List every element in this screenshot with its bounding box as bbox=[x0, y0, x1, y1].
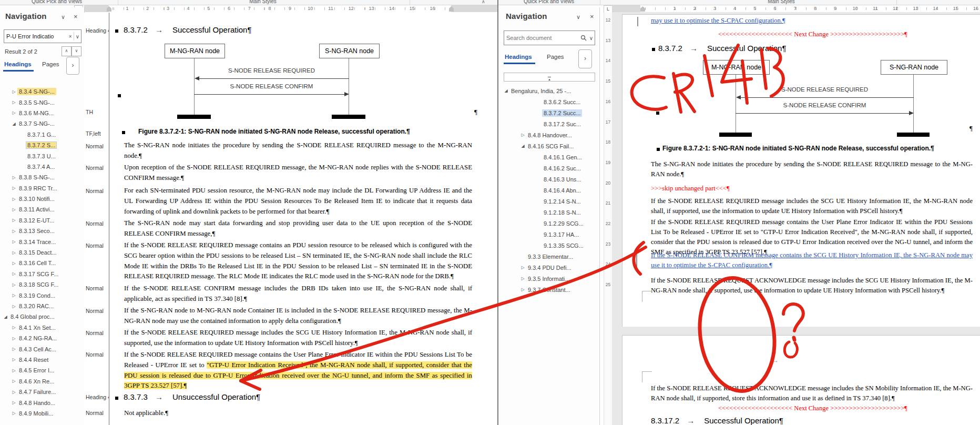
nav-item[interactable]: ▷8.3.8 S-NG-... bbox=[0, 172, 84, 183]
nav-item[interactable]: ▷8.3.5 S-NG-... bbox=[0, 97, 84, 107]
close-icon[interactable]: × bbox=[590, 13, 594, 21]
nav-item[interactable]: ▷8.4.9 Mobili... bbox=[0, 408, 84, 419]
close-icon[interactable]: × bbox=[74, 13, 78, 21]
nav-item[interactable]: ▷8.3.20 RAC... bbox=[0, 301, 84, 311]
expand-triangle-icon[interactable]: ◢ bbox=[2, 315, 9, 319]
paragraph[interactable]: If the S-NODE RELEASE REQUIRED message i… bbox=[124, 328, 472, 349]
expand-triangle-icon[interactable]: ▷ bbox=[11, 197, 17, 201]
expand-triangle-icon[interactable]: ▷ bbox=[11, 357, 17, 362]
nav-item[interactable]: 8.4.16.3 Uns... bbox=[498, 174, 599, 185]
inserted-paragraph[interactable]: If the S-NODE RELEASE CONFIRM message co… bbox=[651, 250, 973, 270]
paragraph[interactable]: Upon reception of the S-NODE RELEASE REQ… bbox=[124, 163, 472, 184]
expand-triangle-icon[interactable]: ▷ bbox=[11, 229, 17, 234]
expand-triangle-icon[interactable]: ▷ bbox=[11, 336, 17, 341]
nav-item[interactable]: ▷8.3.19 Cond... bbox=[0, 290, 84, 300]
tab-headings[interactable]: Headings bbox=[505, 54, 532, 60]
heading-83172[interactable]: 8.3.17.2→Successful Operation¶ bbox=[651, 416, 783, 425]
nav-item[interactable]: 8.3.7.3 U... bbox=[0, 150, 84, 161]
nav-item[interactable]: 9.3.3 Elementar... bbox=[498, 251, 599, 262]
nav-item[interactable]: ▷8.4.2 NG-RA... bbox=[0, 333, 84, 343]
tab-pages[interactable]: Pages bbox=[42, 61, 59, 67]
nav-item[interactable]: ◢8.4 Global proc... bbox=[0, 311, 84, 322]
search-options-chevron-icon[interactable]: ∨ bbox=[588, 35, 595, 41]
sequence-diagram-figure[interactable]: M-NG-RAN node S-NG-RAN node S-NODE RELEA… bbox=[612, 60, 980, 149]
nav-item[interactable]: 8.3.17.2 Suc... bbox=[498, 118, 599, 129]
tab-pages[interactable]: Pages bbox=[547, 54, 564, 60]
next-change-marker[interactable]: <<<<<<<<<<<<<<<<<<<< Next Change >>>>>>>… bbox=[651, 403, 975, 413]
nav-item[interactable]: ▷8.3.9 RRC Tr... bbox=[0, 183, 84, 194]
expand-triangle-icon[interactable]: ▷ bbox=[11, 239, 17, 244]
nav-item[interactable]: ▷9.3.7 Constant... bbox=[498, 284, 599, 295]
nav-item[interactable]: ▷8.3.14 Trace... bbox=[0, 236, 84, 247]
clear-search-icon[interactable]: × bbox=[67, 34, 74, 39]
heading-8373[interactable]: 8.3.7.3→Unsuccessful Operation¶ bbox=[124, 392, 260, 401]
search-box[interactable]: ∨ bbox=[504, 31, 595, 45]
heading-8372[interactable]: 8.3.7.2→Successful Operation¶ bbox=[658, 44, 787, 53]
expand-triangle-icon[interactable]: ▷ bbox=[11, 304, 17, 309]
expand-triangle-icon[interactable]: ▷ bbox=[519, 287, 526, 292]
figure-caption[interactable]: Figure 8.3.7.2-1: S-NG-RAN node initiate… bbox=[662, 145, 934, 152]
vertical-ruler[interactable]: 1213141516171819202122232425 bbox=[604, 13, 612, 425]
expand-triangle-icon[interactable]: ▷ bbox=[11, 293, 17, 298]
expand-triangle-icon[interactable]: ◢ bbox=[11, 122, 17, 126]
nav-item[interactable]: ▷9.3.5 Informati... bbox=[498, 273, 599, 284]
expand-triangle-icon[interactable]: ▷ bbox=[11, 250, 17, 255]
nav-item[interactable]: 8.3.7.1 G... bbox=[0, 129, 84, 140]
nav-item[interactable]: ▷8.3.13 Seco... bbox=[0, 226, 84, 236]
expand-triangle-icon[interactable]: ▷ bbox=[11, 271, 17, 276]
expand-triangle-icon[interactable]: ▷ bbox=[11, 186, 17, 190]
nav-item[interactable]: 8.3.7.4 A... bbox=[0, 161, 84, 172]
nav-item[interactable]: ▷8.3.6 M-NG... bbox=[0, 108, 84, 118]
document-left[interactable]: 8.3.7.2→Successful Operation¶ M-NG-RAN n… bbox=[109, 13, 497, 425]
expand-triangle-icon[interactable]: ▷ bbox=[11, 347, 17, 351]
nav-item[interactable]: 9.1.2.29 SCG... bbox=[498, 218, 599, 229]
expand-triangle-icon[interactable]: ▷ bbox=[11, 218, 17, 222]
paragraph[interactable]: If the S-NODE RELEASE REQUEST ACKNOWLEDG… bbox=[651, 276, 973, 296]
expand-triangle-icon[interactable]: ▷ bbox=[519, 276, 526, 281]
nav-item[interactable]: ▷8.3.10 Notifi... bbox=[0, 194, 84, 204]
search-options-chevron-icon[interactable]: ∨ bbox=[74, 34, 81, 39]
expand-triangle-icon[interactable]: ▷ bbox=[11, 411, 17, 416]
nav-item[interactable]: ▷8.4.6 Xn Re... bbox=[0, 376, 84, 387]
nav-item[interactable]: ▷8.4.1 Xn Set... bbox=[0, 322, 84, 333]
expand-triangle-icon[interactable]: ▷ bbox=[11, 379, 17, 383]
inserted-text-line[interactable]: may use it to optimise the S-CPAC config… bbox=[651, 16, 973, 26]
nav-item[interactable]: 8.4.16.2 Suc... bbox=[498, 163, 599, 174]
paragraph[interactable]: The S-NG-RAN node may start data forward… bbox=[124, 218, 472, 239]
search-box[interactable]: × ∨ bbox=[4, 29, 81, 43]
horizontal-ruler-right[interactable]: 12345678910111213141516 bbox=[612, 5, 980, 12]
expand-triangle-icon[interactable]: ▷ bbox=[519, 133, 526, 137]
nav-item[interactable]: ▷8.4.8 Hando... bbox=[0, 397, 84, 408]
expand-triangle-icon[interactable]: ▷ bbox=[11, 390, 17, 394]
previous-result-button[interactable]: ∧ bbox=[62, 46, 72, 56]
nav-item[interactable]: 8.4.16.1 Gen... bbox=[498, 151, 599, 163]
expand-triangle-icon[interactable]: ◢ bbox=[519, 144, 526, 148]
document-right[interactable]: may use it to optimise the S-CPAC config… bbox=[612, 12, 980, 425]
nav-item[interactable]: ◢8.4.16 SCG Fail... bbox=[498, 140, 599, 151]
tab-headings[interactable]: Headings bbox=[4, 61, 32, 67]
navigation-options-icon[interactable]: ∨ bbox=[61, 14, 65, 21]
ribbon-collapse-icon[interactable]: ∧ bbox=[482, 0, 485, 4]
nav-item[interactable]: ▷8.3.12 E-UT... bbox=[0, 215, 84, 226]
more-tabs-button[interactable]: › bbox=[578, 49, 592, 68]
expand-triangle-icon[interactable]: ◢ bbox=[503, 88, 509, 93]
expand-triangle-icon[interactable]: ▷ bbox=[11, 261, 17, 266]
expand-triangle-icon[interactable]: ▷ bbox=[519, 265, 526, 270]
sequence-diagram-figure[interactable]: M-NG-RAN node S-NG-RAN node S-NODE RELEA… bbox=[109, 44, 497, 133]
paragraph[interactable]: If the S-NODE RELEASE REQUIRED message i… bbox=[651, 196, 973, 216]
nav-item[interactable]: ▷8.4.4 Reset bbox=[0, 355, 84, 365]
expand-triangle-icon[interactable]: ▷ bbox=[11, 89, 17, 94]
paragraph[interactable]: If the S-NODE RELEASE REQUIRED message c… bbox=[124, 240, 472, 282]
nav-item[interactable]: ▷8.3.18 SCG F... bbox=[0, 279, 84, 290]
search-input[interactable] bbox=[4, 33, 67, 39]
nav-item[interactable]: ▷8.4.5 Error I... bbox=[0, 365, 84, 376]
heading-8372[interactable]: 8.3.7.2→Successful Operation¶ bbox=[124, 25, 252, 34]
nav-item[interactable]: ▷8.3.17 SCG F... bbox=[0, 269, 84, 279]
expand-triangle-icon[interactable]: ▷ bbox=[11, 207, 17, 212]
paragraph[interactable]: Not applicable.¶ bbox=[124, 408, 472, 419]
nav-item[interactable]: 8.3.7.2 Succ... bbox=[498, 107, 599, 118]
nav-item[interactable]: 9.1.2.14 S-N... bbox=[498, 196, 599, 207]
paragraph[interactable]: For each SN-terminated PDU session resou… bbox=[124, 186, 472, 217]
skip-unchanged-marker[interactable]: >>>skip unchanged part<<<¶ bbox=[651, 184, 973, 194]
nav-item[interactable]: ◢8.3.7 S-NG-... bbox=[0, 118, 84, 129]
